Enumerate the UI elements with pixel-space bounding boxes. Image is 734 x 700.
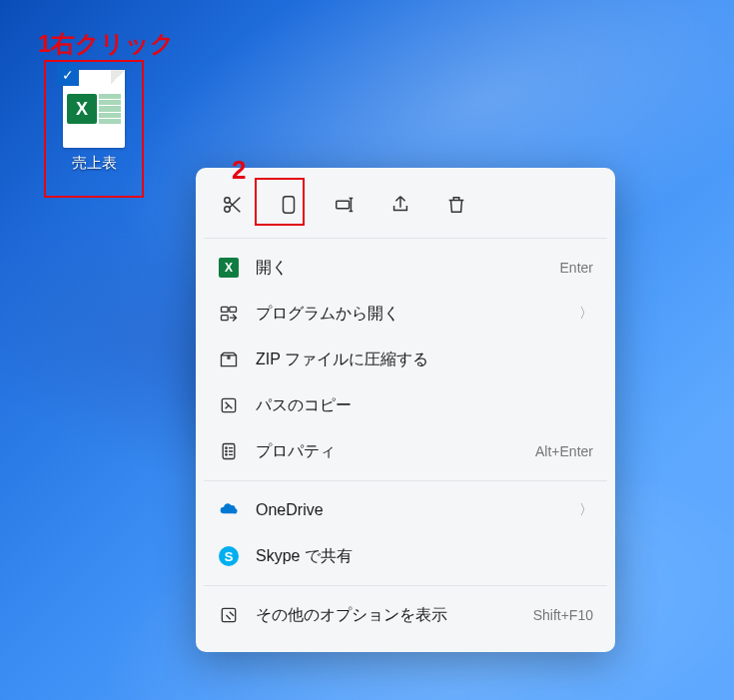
menu-label: パスのコピー [256,395,593,416]
cut-button[interactable] [214,186,252,224]
svg-point-0 [225,198,231,204]
menu-open-with[interactable]: プログラムから開く 〉 [204,291,607,337]
delete-button[interactable] [437,186,475,224]
annotation-2: 2 [232,155,246,186]
svg-rect-6 [222,316,229,321]
excel-icon: X [219,258,239,278]
menu-onedrive[interactable]: OneDrive 〉 [204,487,607,533]
context-menu: X 開く Enter プログラムから開く 〉 ZIP ファイルに圧縮する パスの… [196,168,615,652]
copy-path-icon [218,394,240,416]
menu-shortcut: Shift+F10 [533,607,593,623]
menu-copy-path[interactable]: パスのコピー [204,382,607,428]
open-with-icon [218,303,240,325]
more-options-icon [218,604,240,626]
share-button[interactable] [381,186,419,224]
menu-label: OneDrive [256,501,563,519]
scissors-icon [222,194,244,216]
menu-label: プロパティ [256,441,519,462]
chevron-right-icon: 〉 [579,501,593,519]
svg-point-11 [226,454,227,455]
zip-icon [218,349,240,370]
menu-label: 開く [256,258,544,279]
menu-label: プログラムから開く [256,304,563,325]
svg-rect-3 [337,201,350,208]
menu-open[interactable]: X 開く Enter [204,245,607,291]
menu-compress-zip[interactable]: ZIP ファイルに圧縮する [204,337,607,382]
menu-label: ZIP ファイルに圧縮する [256,350,593,370]
annotation-box-1 [44,60,144,198]
properties-icon [218,440,240,462]
menu-label: その他のオプションを表示 [256,605,517,626]
rename-icon [334,194,356,216]
trash-icon [445,194,467,216]
svg-rect-4 [222,307,229,312]
annotation-box-2 [255,178,305,226]
menu-properties[interactable]: プロパティ Alt+Enter [204,428,607,474]
skype-icon: S [219,546,239,566]
svg-point-1 [225,207,231,213]
menu-shortcut: Alt+Enter [535,443,593,459]
svg-rect-5 [230,307,237,312]
share-icon [389,194,411,216]
svg-point-9 [226,447,227,448]
onedrive-icon [218,499,240,521]
rename-button[interactable] [326,186,364,224]
menu-skype-share[interactable]: S Skype で共有 [204,533,607,579]
chevron-right-icon: 〉 [579,305,593,323]
menu-label: Skype で共有 [256,546,593,567]
menu-show-more-options[interactable]: その他のオプションを表示 Shift+F10 [204,592,607,638]
annotation-1: 1右クリック [38,28,175,60]
menu-shortcut: Enter [560,260,593,276]
svg-point-10 [226,450,227,451]
